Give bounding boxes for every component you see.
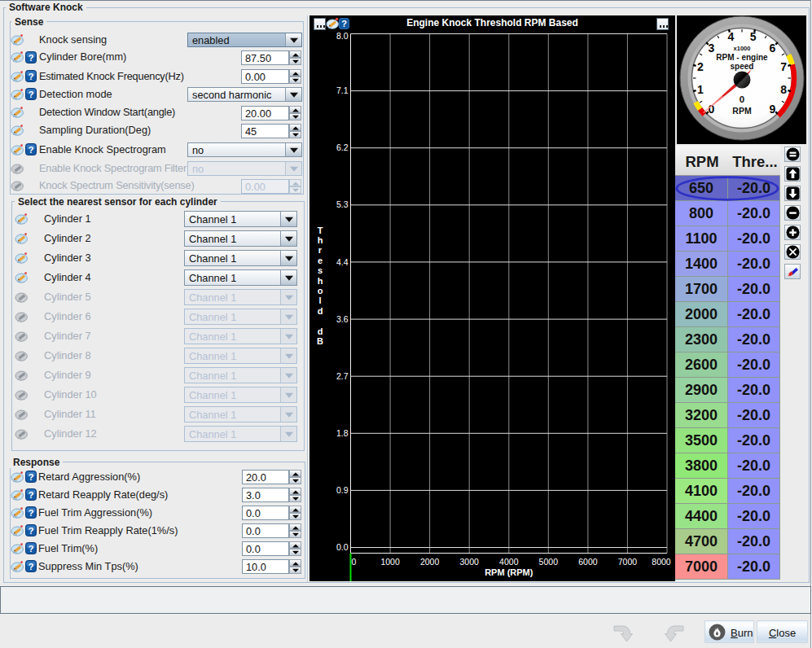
svg-text:4000: 4000	[499, 557, 519, 567]
svg-text:2000: 2000	[420, 557, 440, 567]
svg-text:d: d	[318, 326, 323, 336]
svg-text:?: ?	[29, 508, 34, 518]
svg-text:0: 0	[740, 94, 744, 104]
svg-text:r: r	[318, 245, 323, 255]
svg-text:?: ?	[29, 526, 34, 536]
svg-text:3000: 3000	[460, 557, 480, 567]
svg-text:?: ?	[29, 53, 34, 63]
svg-text:1.8: 1.8	[336, 428, 349, 438]
svg-text:0: 0	[352, 557, 357, 567]
svg-text:?: ?	[29, 562, 34, 571]
svg-text:s: s	[318, 265, 323, 275]
svg-text:5.3: 5.3	[336, 199, 349, 209]
svg-text:?: ?	[29, 544, 34, 554]
svg-text:h: h	[318, 276, 323, 286]
svg-text:0.9: 0.9	[336, 485, 349, 495]
svg-text:0.0: 0.0	[336, 542, 349, 552]
svg-text:RPM - engine: RPM - engine	[716, 53, 768, 62]
svg-text:5: 5	[750, 30, 757, 43]
svg-text:4: 4	[727, 30, 734, 43]
svg-text:3.6: 3.6	[336, 314, 349, 324]
svg-text:6.2: 6.2	[336, 142, 349, 152]
svg-text:9: 9	[770, 103, 776, 116]
svg-text:2: 2	[697, 60, 704, 73]
svg-text:3: 3	[709, 42, 715, 55]
svg-text:l: l	[318, 296, 321, 305]
svg-text:o: o	[318, 286, 323, 296]
svg-text:RPM (RPM): RPM (RPM)	[485, 567, 533, 577]
svg-text:RPM: RPM	[732, 106, 752, 116]
svg-text:7: 7	[780, 60, 787, 73]
svg-text:8: 8	[780, 83, 787, 96]
svg-text:e: e	[318, 256, 323, 265]
svg-text:?: ?	[29, 90, 34, 99]
svg-text:?: ?	[29, 490, 34, 500]
svg-text:2.7: 2.7	[336, 371, 349, 381]
svg-text:7.1: 7.1	[336, 85, 349, 95]
svg-text:5000: 5000	[539, 557, 559, 567]
svg-text:speed: speed	[731, 62, 754, 71]
svg-text:8.0: 8.0	[336, 31, 349, 41]
svg-text:?: ?	[29, 472, 34, 482]
svg-text:4.4: 4.4	[336, 257, 349, 267]
svg-text:7000: 7000	[618, 557, 638, 567]
svg-text:6000: 6000	[578, 557, 598, 567]
svg-text:B: B	[317, 336, 323, 346]
svg-text:6: 6	[770, 42, 776, 55]
svg-text:1: 1	[697, 83, 704, 96]
svg-text:?: ?	[29, 72, 34, 81]
svg-text:8000: 8000	[652, 557, 671, 567]
svg-text:x1000: x1000	[734, 45, 751, 52]
svg-text:h: h	[318, 235, 323, 245]
svg-text:?: ?	[29, 145, 34, 155]
svg-text:d: d	[318, 306, 323, 316]
svg-text:T: T	[318, 225, 323, 235]
svg-text:1000: 1000	[380, 557, 400, 567]
